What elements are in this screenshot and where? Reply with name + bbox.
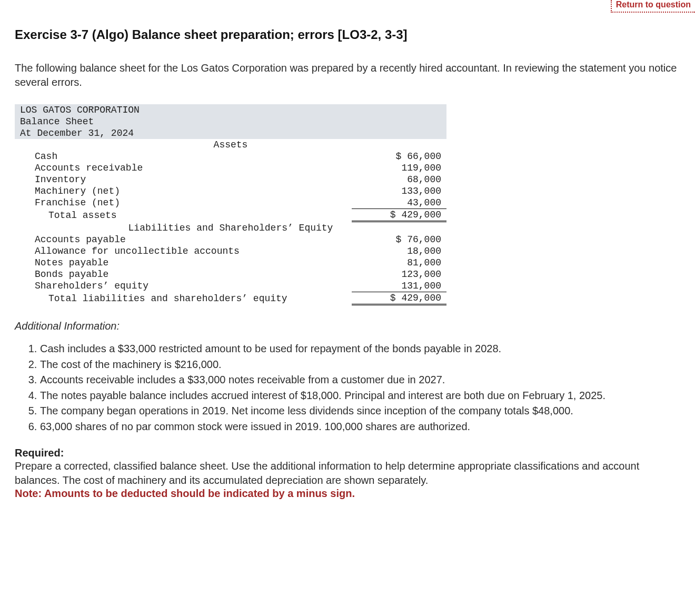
- required-body: Prepare a corrected, classified balance …: [15, 460, 639, 486]
- bs-date: At December 31, 2024: [15, 127, 446, 139]
- list-item: The notes payable balance includes accru…: [40, 389, 680, 403]
- assets-heading: Assets: [15, 139, 446, 151]
- table-row: Accounts receivable119,000: [15, 162, 446, 174]
- additional-info-list: Cash includes a $33,000 restricted amoun…: [15, 342, 680, 434]
- intro-paragraph: The following balance sheet for the Los …: [15, 61, 680, 90]
- table-row: Shareholders’ equity131,000: [15, 280, 446, 292]
- table-row: Total liabilities and shareholders’ equi…: [15, 292, 446, 305]
- list-item: Cash includes a $33,000 restricted amoun…: [40, 342, 680, 356]
- table-row: Total assets$ 429,000: [15, 209, 446, 222]
- list-item: 63,000 shares of no par common stock wer…: [40, 420, 680, 434]
- table-row: Machinery (net)133,000: [15, 185, 446, 197]
- list-item: The company began operations in 2019. Ne…: [40, 404, 680, 419]
- liab-heading: Liabilities and Shareholders’ Equity: [15, 222, 446, 234]
- table-row: Bonds payable123,000: [15, 269, 446, 280]
- exercise-title: Exercise 3-7 (Algo) Balance sheet prepar…: [15, 27, 680, 42]
- list-item: Accounts receivable includes a $33,000 n…: [40, 373, 680, 388]
- table-row: Cash$ 66,000: [15, 151, 446, 162]
- table-row: Accounts payable$ 76,000: [15, 234, 446, 245]
- additional-info-heading: Additional Information:: [15, 320, 680, 332]
- required-note: Note: Amounts to be deducted should be i…: [15, 488, 355, 499]
- bs-company: LOS GATOS CORPORATION: [15, 104, 446, 116]
- bs-statement: Balance Sheet: [15, 116, 446, 127]
- list-item: The cost of the machinery is $216,000.: [40, 357, 680, 372]
- table-row: Franchise (net)43,000: [15, 197, 446, 209]
- required-label: Required:: [15, 447, 64, 459]
- balance-sheet-table: LOS GATOS CORPORATION Balance Sheet At D…: [15, 104, 446, 305]
- table-row: Allowance for uncollectible accounts18,0…: [15, 245, 446, 257]
- table-row: Notes payable81,000: [15, 257, 446, 269]
- table-row: Inventory68,000: [15, 174, 446, 185]
- return-link-label[interactable]: Return to question: [616, 0, 691, 9]
